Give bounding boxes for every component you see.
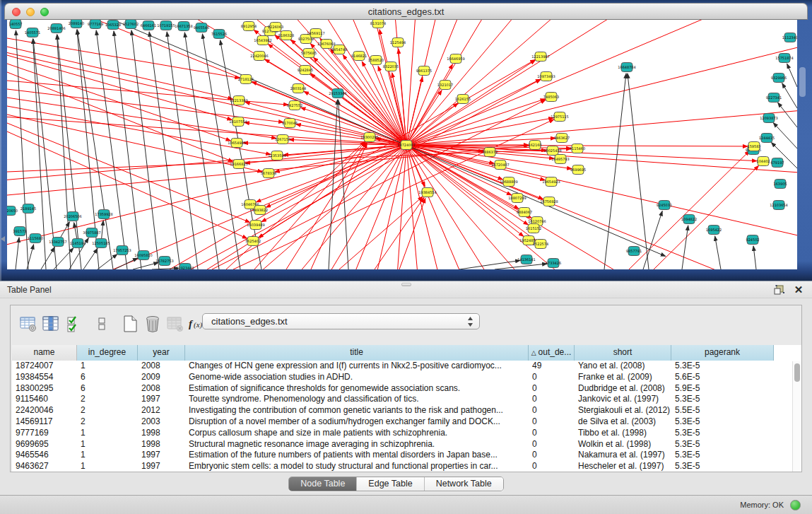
table-cell[interactable]: Genome-wide association studies in ADHD. — [185, 372, 529, 383]
network-node[interactable]: 2620650 — [7, 206, 18, 216]
panel-resize-handle[interactable] — [401, 283, 411, 286]
network-node[interactable]: 14136141 — [517, 255, 535, 264]
network-edge[interactable] — [98, 254, 117, 269]
network-scroll-notch[interactable] — [799, 67, 806, 97]
network-edge[interactable] — [133, 262, 158, 269]
panel-collapse-arrow[interactable] — [1, 236, 5, 242]
table-cell[interactable]: 9465546 — [12, 450, 77, 461]
table-cell[interactable]: 2003 — [138, 416, 185, 428]
network-node[interactable]: 8427552 — [287, 101, 302, 110]
table-cell[interactable]: 0 — [529, 439, 575, 450]
network-node[interactable]: 162160 — [528, 141, 541, 150]
table-settings-icon[interactable] — [18, 313, 39, 334]
table-row[interactable]: 969969511998Structural magnetic resonanc… — [12, 439, 801, 450]
table-cell[interactable]: 9699695 — [12, 439, 77, 450]
network-node[interactable]: 1405571 — [25, 28, 40, 37]
network-node[interactable]: 16671358 — [175, 22, 192, 31]
network-node[interactable]: 5267150 — [275, 135, 290, 144]
table-cell[interactable]: 0 — [529, 383, 575, 395]
network-edge[interactable] — [495, 264, 547, 269]
table-cell[interactable]: 9463627 — [12, 461, 77, 472]
network-node[interactable]: 9463627 — [554, 134, 570, 143]
network-edge[interactable] — [275, 145, 406, 172]
table-cell[interactable]: Estimation of significance thresholds fo… — [185, 383, 529, 395]
network-node[interactable]: 12505185 — [92, 239, 110, 248]
table-cell[interactable]: Yano et al. (2008) — [575, 361, 671, 372]
table-cell[interactable]: 1 — [77, 361, 138, 372]
network-node[interactable]: 104402 — [756, 157, 770, 166]
network-node[interactable]: 7485063 — [543, 93, 559, 102]
network-node[interactable]: 9242845 — [298, 66, 313, 75]
table-cell[interactable]: 9115460 — [12, 394, 77, 405]
network-node[interactable]: 8186328 — [278, 31, 294, 40]
rows-icon[interactable] — [91, 313, 112, 334]
network-edge[interactable] — [406, 145, 797, 269]
network-edge[interactable] — [399, 49, 406, 145]
table-cell[interactable]: 49 — [529, 361, 575, 372]
network-node[interactable]: 391573 — [13, 227, 26, 236]
network-edge[interactable] — [184, 33, 219, 269]
table-cell[interactable]: 18300295 — [12, 383, 77, 395]
table-cell[interactable]: 0 — [529, 461, 575, 472]
table-row[interactable]: 946554611997Estimation of the future num… — [12, 450, 801, 461]
table-row[interactable]: 977716911998Corpus callosum shape and si… — [12, 428, 801, 439]
table-cell[interactable]: 1997 — [138, 461, 185, 472]
network-edge[interactable] — [406, 90, 442, 145]
scrollbar-thumb[interactable] — [794, 363, 800, 382]
table-cell[interactable]: 1998 — [138, 428, 185, 439]
network-node[interactable]: 13342757 — [49, 238, 66, 247]
network-node[interactable]: 9245031 — [657, 201, 672, 210]
column-header-short[interactable]: short — [575, 345, 671, 361]
table-cell[interactable]: 0 — [529, 372, 575, 383]
network-node[interactable]: 1145194 — [70, 239, 86, 248]
network-node[interactable]: 20206506 — [64, 212, 81, 221]
table-cell[interactable]: 5.3E-5 — [671, 416, 774, 428]
table-cell[interactable]: 0 — [529, 428, 575, 439]
table-cell[interactable]: 19384554 — [12, 372, 77, 383]
table-column-icon[interactable] — [40, 313, 61, 334]
network-edge[interactable] — [7, 20, 406, 145]
network-node[interactable]: 17359928 — [95, 210, 112, 219]
network-edge[interactable] — [715, 236, 721, 269]
table-row[interactable]: 911546021997Tourette syndrome. Phenomeno… — [12, 394, 801, 405]
column-header-pagerank[interactable]: pagerank — [671, 345, 774, 361]
network-node[interactable]: 8454749 — [331, 45, 347, 54]
network-edge[interactable] — [7, 55, 232, 120]
close-panel-icon[interactable]: ✕ — [792, 284, 805, 296]
table-cell[interactable]: 5.9E-5 — [671, 383, 774, 395]
network-node[interactable]: 16543982 — [254, 36, 271, 45]
network-edge[interactable] — [114, 31, 141, 269]
table-cell[interactable]: Hescheler et al. (1997) — [575, 461, 671, 472]
network-node[interactable]: 2803144 — [290, 84, 306, 93]
table-cell[interactable]: Nakamura et al. (1997) — [575, 450, 671, 461]
network-node[interactable]: 9146821 — [351, 52, 367, 61]
table-cell[interactable]: Embryonic stem cells: a model to study s… — [185, 461, 529, 472]
table-cell[interactable]: Stergiakouli et al. (2012) — [575, 405, 671, 416]
network-edge[interactable] — [152, 268, 179, 269]
network-node[interactable]: 7886372 — [482, 148, 498, 157]
table-cell[interactable]: 5.3E-5 — [671, 461, 774, 472]
network-edge[interactable] — [406, 20, 797, 145]
network-node[interactable]: 924502 — [746, 235, 759, 245]
new-table-icon[interactable] — [119, 313, 141, 334]
network-node[interactable]: 679197 — [770, 158, 784, 168]
table-cell[interactable]: 2008 — [138, 383, 185, 395]
network-node[interactable]: 1588520 — [368, 56, 384, 65]
network-node[interactable]: 9777169 — [88, 20, 103, 29]
network-edge[interactable] — [773, 123, 797, 148]
network-node[interactable]: 1321017 — [437, 81, 453, 90]
network-node[interactable]: 12103654 — [770, 201, 787, 210]
table-cell[interactable]: 1998 — [138, 439, 185, 450]
network-edge[interactable] — [778, 103, 797, 127]
table-cell[interactable]: 1997 — [138, 450, 185, 461]
network-node[interactable]: 9170046 — [282, 119, 298, 128]
network-node[interactable]: 30975887 — [83, 228, 100, 238]
network-node[interactable]: 9329966 — [771, 74, 787, 83]
network-node[interactable]: 8322035 — [383, 62, 399, 71]
network-edge[interactable] — [167, 32, 198, 269]
network-edge[interactable] — [459, 260, 520, 269]
network-node[interactable]: 1527602 — [123, 20, 139, 29]
network-edge[interactable] — [782, 83, 797, 108]
network-node[interactable]: 1615152 — [526, 224, 541, 233]
table-cell[interactable]: Wolkin et al. (1998) — [575, 439, 671, 450]
